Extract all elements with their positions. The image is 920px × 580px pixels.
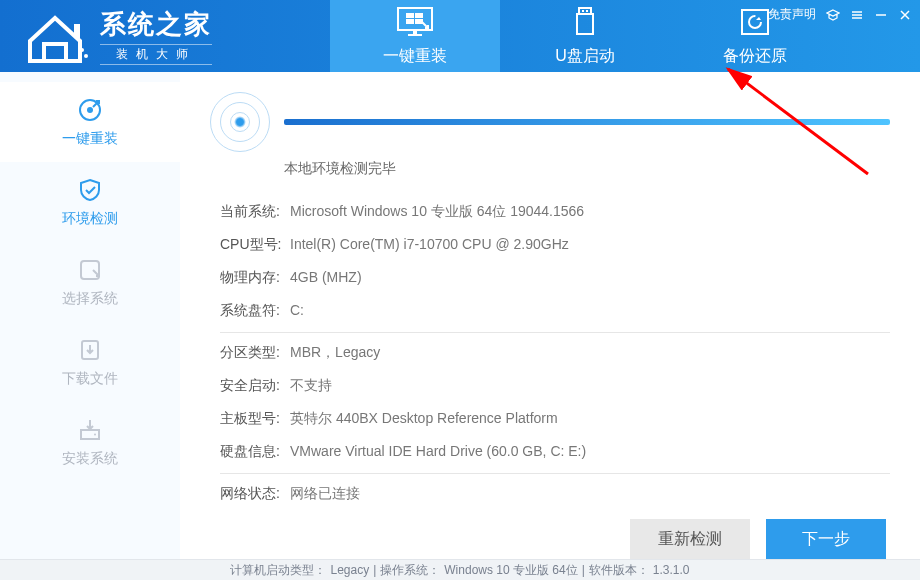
logo-icon: [20, 6, 90, 66]
sidebar: 一键重装 环境检测 选择系统 下载文件 安装系统: [0, 72, 180, 559]
sidebar-item-label: 下载文件: [62, 370, 118, 388]
svg-rect-13: [582, 10, 584, 12]
info-list: 当前系统:Microsoft Windows 10 专业版 64位 19044.…: [220, 196, 890, 511]
svg-rect-14: [586, 10, 588, 12]
info-value: 4GB (MHZ): [290, 269, 362, 287]
info-label: 当前系统:: [220, 203, 290, 221]
recheck-button[interactable]: 重新检测: [630, 519, 750, 559]
nav-tab-label: U盘启动: [555, 46, 615, 67]
radar-icon: [210, 92, 270, 152]
sidebar-item-download[interactable]: 下载文件: [0, 322, 180, 402]
logo-area: 系统之家 装机大师: [0, 6, 330, 66]
info-label: 物理内存:: [220, 269, 290, 287]
svg-rect-9: [406, 19, 414, 24]
svg-rect-21: [81, 430, 99, 439]
sidebar-item-install[interactable]: 安装系统: [0, 402, 180, 482]
svg-point-18: [87, 107, 93, 113]
nav-tab-usb[interactable]: U盘启动: [500, 0, 670, 72]
svg-rect-12: [577, 14, 593, 34]
info-label: 主板型号:: [220, 410, 290, 428]
svg-point-1: [80, 48, 84, 52]
status-ver-value: 1.3.1.0: [653, 563, 690, 577]
menu-icon[interactable]: [850, 8, 864, 22]
header: 系统之家 装机大师 一键重装 U盘启动 备份还原: [0, 0, 920, 72]
sidebar-item-label: 环境检测: [62, 210, 118, 228]
sidebar-item-env[interactable]: 环境检测: [0, 162, 180, 242]
disclaimer-link[interactable]: 免责声明: [768, 6, 816, 23]
info-row: 安全启动:不支持: [220, 370, 890, 403]
progress-bar: [284, 119, 890, 125]
svg-point-2: [84, 54, 88, 58]
select-icon: [76, 256, 104, 284]
svg-rect-10: [415, 19, 423, 24]
nav-tab-label: 备份还原: [723, 46, 787, 67]
svg-rect-5: [408, 34, 422, 36]
sidebar-item-label: 安装系统: [62, 450, 118, 468]
info-value: VMware Virtual IDE Hard Drive (60.0 GB, …: [290, 443, 586, 461]
info-row: 网络状态:网络已连接: [220, 478, 890, 511]
svg-rect-7: [406, 13, 414, 18]
install-icon: [76, 416, 104, 444]
info-row: CPU型号:Intel(R) Core(TM) i7-10700 CPU @ 2…: [220, 229, 890, 262]
graduation-icon[interactable]: [826, 8, 840, 22]
info-label: 硬盘信息:: [220, 443, 290, 461]
status-os-value: Windows 10 专业版 64位: [444, 562, 577, 579]
info-label: CPU型号:: [220, 236, 290, 254]
info-label: 分区类型:: [220, 344, 290, 362]
download-icon: [76, 336, 104, 364]
info-row: 分区类型:MBR，Legacy: [220, 337, 890, 370]
minimize-icon[interactable]: [874, 8, 888, 22]
status-os-label: 操作系统：: [380, 562, 440, 579]
nav-tab-reinstall[interactable]: 一键重装: [330, 0, 500, 72]
monitor-icon: [394, 6, 436, 38]
info-row: 物理内存:4GB (MHZ): [220, 262, 890, 295]
status-boot-label: 计算机启动类型：: [230, 562, 326, 579]
info-value: Intel(R) Core(TM) i7-10700 CPU @ 2.90GHz: [290, 236, 569, 254]
progress-label: 本地环境检测完毕: [284, 160, 890, 178]
info-value: 不支持: [290, 377, 332, 395]
info-value: 网络已连接: [290, 485, 360, 503]
info-value: Microsoft Windows 10 专业版 64位 19044.1566: [290, 203, 584, 221]
sidebar-item-reinstall[interactable]: 一键重装: [0, 82, 180, 162]
target-icon: [76, 96, 104, 124]
status-boot-value: Legacy: [330, 563, 369, 577]
status-ver-label: 软件版本：: [589, 562, 649, 579]
info-row: 系统盘符:C:: [220, 295, 890, 328]
svg-point-22: [94, 434, 96, 436]
svg-point-3: [78, 56, 82, 60]
info-row: 主板型号:英特尔 440BX Desktop Reference Platfor…: [220, 403, 890, 436]
next-button[interactable]: 下一步: [766, 519, 886, 559]
svg-rect-0: [74, 24, 80, 38]
sidebar-item-select[interactable]: 选择系统: [0, 242, 180, 322]
info-row: 当前系统:Microsoft Windows 10 专业版 64位 19044.…: [220, 196, 890, 229]
info-value: 英特尔 440BX Desktop Reference Platform: [290, 410, 558, 428]
info-value: C:: [290, 302, 304, 320]
info-value: MBR，Legacy: [290, 344, 380, 362]
logo-title: 系统之家: [100, 7, 212, 42]
statusbar: 计算机启动类型： Legacy | 操作系统： Windows 10 专业版 6…: [0, 559, 920, 580]
sidebar-item-label: 选择系统: [62, 290, 118, 308]
usb-icon: [564, 6, 606, 38]
svg-rect-8: [415, 13, 423, 18]
info-row: 硬盘信息:VMware Virtual IDE Hard Drive (60.0…: [220, 436, 890, 469]
info-label: 网络状态:: [220, 485, 290, 503]
info-label: 安全启动:: [220, 377, 290, 395]
content: 本地环境检测完毕 当前系统:Microsoft Windows 10 专业版 6…: [180, 72, 920, 559]
logo-subtitle: 装机大师: [100, 44, 212, 65]
close-icon[interactable]: [898, 8, 912, 22]
svg-rect-15: [742, 10, 768, 34]
nav-tab-label: 一键重装: [383, 46, 447, 67]
info-label: 系统盘符:: [220, 302, 290, 320]
svg-rect-6: [413, 30, 417, 34]
sidebar-item-label: 一键重装: [62, 130, 118, 148]
shield-icon: [76, 176, 104, 204]
